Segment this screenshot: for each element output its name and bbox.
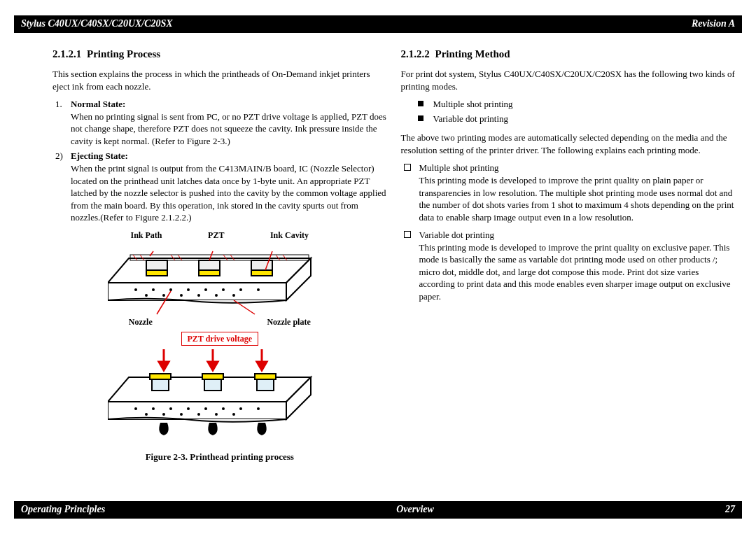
svg-point-27 bbox=[162, 294, 165, 297]
svg-point-52 bbox=[134, 407, 137, 410]
section-number: 2.1.2.2 bbox=[401, 48, 430, 59]
svg-line-32 bbox=[150, 251, 153, 256]
square-bullet-icon bbox=[418, 115, 424, 121]
svg-point-26 bbox=[145, 294, 148, 297]
page-header: Stylus C40UX/C40SX/C20UX/C20SX Revision … bbox=[14, 15, 742, 33]
svg-point-31 bbox=[232, 294, 235, 297]
svg-point-57 bbox=[222, 407, 225, 410]
diagram-ejecting-state-icon bbox=[108, 346, 332, 444]
label-ink-cavity: Ink Cavity bbox=[270, 230, 309, 241]
svg-point-64 bbox=[215, 413, 218, 416]
svg-point-59 bbox=[257, 407, 260, 410]
list-item-variable-dot: Variable dot printing This printing mode… bbox=[404, 229, 736, 302]
svg-rect-8 bbox=[251, 270, 272, 276]
item-label: Normal State: bbox=[71, 98, 387, 111]
svg-point-58 bbox=[239, 407, 242, 410]
svg-point-56 bbox=[204, 407, 207, 410]
svg-point-20 bbox=[169, 288, 172, 291]
svg-point-19 bbox=[152, 288, 155, 291]
list-item: Multiple shot printing bbox=[418, 98, 736, 111]
svg-rect-46 bbox=[150, 374, 171, 379]
item-text: When the print signal is output from the… bbox=[71, 162, 387, 224]
section-heading-left: 2.1.2.1 Printing Process bbox=[52, 47, 387, 61]
svg-marker-44 bbox=[108, 402, 286, 419]
section-heading-right: 2.1.2.2 Printing Method bbox=[401, 47, 736, 61]
list-item: Variable dot printing bbox=[418, 113, 736, 125]
diagram-mid-labels: Nozzle Nozzle plate bbox=[108, 316, 332, 328]
svg-point-25 bbox=[257, 288, 260, 291]
detail-text: This printing mode is developed to impro… bbox=[419, 174, 736, 223]
svg-rect-4 bbox=[199, 260, 220, 270]
page-content: 2.1.2.1 Printing Process This section ex… bbox=[0, 33, 756, 463]
svg-point-63 bbox=[197, 413, 200, 416]
label-pzt-drive-voltage: PZT drive voltage bbox=[181, 332, 258, 346]
svg-point-28 bbox=[180, 294, 183, 297]
page-footer: Operating Principles Overview 27 bbox=[14, 501, 742, 519]
footer-center: Overview bbox=[396, 503, 434, 517]
label-ink-path: Ink Path bbox=[131, 230, 162, 241]
figure-caption: Figure 2-3. Printhead printing process bbox=[52, 451, 387, 463]
detail-title: Variable dot printing bbox=[419, 229, 736, 241]
section-title: Printing Method bbox=[435, 48, 510, 59]
detail-text: This printing mode is developed to impro… bbox=[419, 241, 736, 303]
svg-rect-6 bbox=[146, 270, 167, 276]
svg-rect-7 bbox=[199, 270, 220, 276]
right-column: 2.1.2.2 Printing Method For print dot sy… bbox=[401, 47, 736, 463]
item-number: 2) bbox=[55, 150, 71, 223]
svg-point-18 bbox=[134, 288, 137, 291]
svg-rect-47 bbox=[202, 374, 223, 379]
diagram-top-labels: Ink Path PZT Ink Cavity bbox=[108, 230, 332, 241]
svg-rect-5 bbox=[251, 260, 272, 270]
item-text: When no printing signal is sent from PC,… bbox=[71, 111, 387, 148]
svg-point-53 bbox=[152, 407, 155, 410]
svg-marker-42 bbox=[257, 362, 267, 370]
section-intro: This section explains the process in whi… bbox=[52, 68, 387, 92]
section-title: Printing Process bbox=[87, 48, 160, 59]
svg-point-23 bbox=[222, 288, 225, 291]
section-number: 2.1.2.1 bbox=[52, 48, 81, 59]
svg-rect-48 bbox=[255, 374, 276, 379]
modes-explain: The above two printing modes are automat… bbox=[401, 132, 736, 156]
svg-point-21 bbox=[187, 288, 190, 291]
left-column: 2.1.2.1 Printing Process This section ex… bbox=[52, 47, 387, 463]
svg-point-54 bbox=[169, 407, 172, 410]
svg-point-65 bbox=[232, 413, 235, 416]
svg-rect-50 bbox=[204, 379, 221, 391]
header-right: Revision A bbox=[692, 17, 735, 31]
modes-list: Multiple shot printing Variable dot prin… bbox=[401, 98, 736, 125]
svg-point-22 bbox=[204, 288, 207, 291]
svg-point-24 bbox=[239, 288, 242, 291]
item-number: 1. bbox=[55, 98, 71, 147]
svg-point-62 bbox=[180, 413, 183, 416]
header-left: Stylus C40UX/C40SX/C20UX/C20SX bbox=[21, 17, 173, 31]
label-pzt: PZT bbox=[208, 230, 224, 241]
mode-label: Variable dot printing bbox=[433, 113, 509, 125]
hollow-square-icon bbox=[404, 231, 411, 238]
detail-title: Multiple shot printing bbox=[419, 162, 736, 174]
diagram-drive-label: PZT drive voltage bbox=[108, 333, 332, 344]
footer-right: 27 bbox=[725, 503, 735, 517]
item-label: Ejecting State: bbox=[71, 150, 387, 162]
svg-point-61 bbox=[162, 413, 165, 416]
label-nozzle: Nozzle bbox=[129, 316, 153, 328]
figure-printhead: Ink Path PZT Ink Cavity bbox=[52, 230, 387, 463]
svg-marker-38 bbox=[159, 362, 169, 370]
svg-rect-3 bbox=[146, 260, 167, 270]
label-nozzle-plate: Nozzle plate bbox=[267, 316, 310, 328]
hollow-square-icon bbox=[404, 164, 411, 171]
section-intro: For print dot system, Stylus C40UX/C40SX… bbox=[401, 68, 736, 92]
svg-point-55 bbox=[187, 407, 190, 410]
list-item-multiple-shot: Multiple shot printing This printing mod… bbox=[404, 162, 736, 223]
svg-point-30 bbox=[215, 294, 218, 297]
svg-marker-40 bbox=[208, 362, 218, 370]
square-bullet-icon bbox=[418, 101, 424, 106]
mode-label: Multiple shot printing bbox=[433, 98, 513, 111]
svg-point-29 bbox=[197, 294, 200, 297]
list-item-normal-state: 1. Normal State: When no printing signal… bbox=[52, 98, 387, 147]
svg-rect-49 bbox=[152, 379, 169, 391]
diagram-normal-state-icon bbox=[108, 241, 332, 325]
footer-left: Operating Principles bbox=[21, 503, 105, 517]
svg-point-60 bbox=[145, 413, 148, 416]
list-item-ejecting-state: 2) Ejecting State: When the print signal… bbox=[52, 150, 387, 223]
svg-rect-51 bbox=[257, 379, 274, 391]
